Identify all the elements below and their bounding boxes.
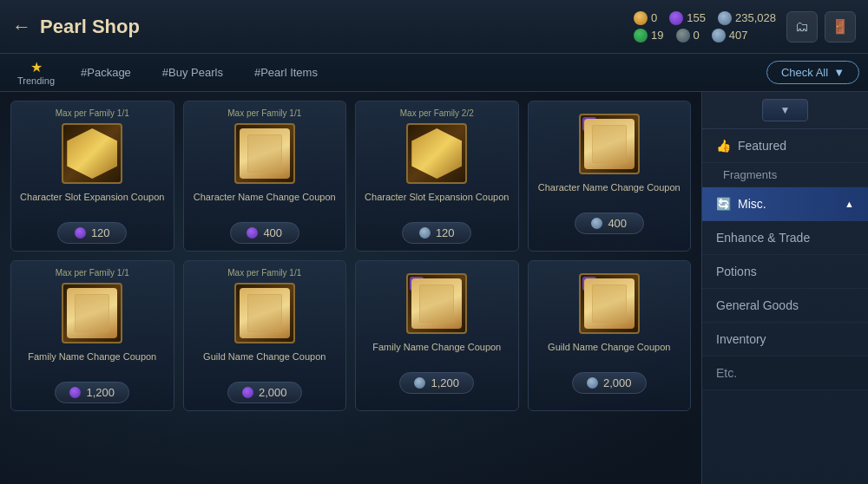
gem-inner-0 (67, 128, 117, 179)
green-currency: 19 (634, 29, 663, 43)
price-button-6[interactable]: 1,200 (399, 372, 474, 394)
chevron-down-icon: ▼ (833, 66, 845, 79)
item-image-0 (62, 123, 122, 184)
price-button-3[interactable]: 400 (575, 213, 644, 234)
item-name-6: Family Name Change Coupon (372, 341, 501, 365)
product-card-3[interactable]: PCharacter Name Change Coupon400 (528, 101, 692, 252)
price-button-7[interactable]: 2,000 (572, 372, 647, 394)
price-gem-icon-7 (587, 377, 598, 389)
scroll-inner-3 (584, 119, 635, 169)
item-name-1: Character Name Change Coupon (194, 191, 336, 215)
price-value-4: 1,200 (86, 386, 115, 399)
sidebar-item-etc[interactable]: Etc. (702, 356, 868, 390)
product-grid: Max per Family 1/1Character Slot Expansi… (0, 92, 701, 484)
tab-pearl-items[interactable]: #Pearl Items (240, 61, 332, 84)
product-card-0[interactable]: Max per Family 1/1Character Slot Expansi… (10, 101, 174, 252)
misc-arrow-icon: ▲ (845, 199, 854, 209)
exit-button[interactable]: 🚪 (825, 11, 856, 43)
price-value-0: 120 (91, 226, 110, 239)
exit-icon: 🚪 (832, 18, 849, 35)
dark-currency: 0 (676, 29, 700, 43)
check-all-button[interactable]: Check All ▼ (766, 61, 859, 84)
tab-buy-pearls[interactable]: #Buy Pearls (148, 61, 237, 84)
price-button-1[interactable]: 400 (230, 222, 299, 244)
scroll-inner-6 (411, 278, 462, 329)
content-area: Max per Family 1/1Character Slot Expansi… (0, 92, 868, 484)
product-card-5[interactable]: Max per Family 1/1Guild Name Change Coup… (183, 260, 347, 411)
price-gem-icon-2 (419, 227, 431, 239)
item-image-6: P (406, 273, 467, 334)
sidebar: ▼ 👍 Featured Fragments 🔄 Misc. ▲ Enhance… (701, 92, 868, 484)
scroll-inner-1 (240, 128, 290, 179)
inventory-icon: 🗂 (795, 19, 809, 35)
item-image-3: P (579, 114, 640, 174)
scroll-inner-7 (584, 278, 635, 329)
max-label-4: Max per Family 1/1 (56, 268, 129, 278)
pearl-currency: 0 (634, 11, 657, 25)
max-label-1: Max per Family 1/1 (227, 108, 301, 118)
back-button[interactable]: ← (12, 16, 31, 38)
item-name-3: Character Name Change Coupon (538, 181, 681, 206)
silver-currency: 235,028 (718, 11, 776, 25)
price-value-2: 120 (436, 226, 455, 239)
sidebar-item-misc[interactable]: 🔄 Misc. ▲ (702, 187, 868, 221)
green-icon (634, 29, 648, 43)
price-value-3: 400 (608, 217, 627, 230)
silver-icon (718, 11, 732, 25)
featured-icon: 👍 (716, 139, 731, 153)
nav-tabs: ★ Trending #Package #Buy Pearls #Pearl I… (0, 54, 868, 92)
product-card-7[interactable]: PGuild Name Change Coupon2,000 (528, 260, 692, 411)
product-card-4[interactable]: Max per Family 1/1Family Name Change Cou… (10, 260, 174, 411)
product-card-1[interactable]: Max per Family 1/1Character Name Change … (183, 101, 347, 252)
blue-gem-icon (669, 11, 683, 25)
price-gem-icon-4 (69, 387, 81, 398)
sidebar-item-featured[interactable]: 👍 Featured (702, 129, 868, 163)
inventory-icon-button[interactable]: 🗂 (786, 11, 818, 43)
item-image-7: P (579, 273, 640, 334)
price-button-4[interactable]: 1,200 (55, 382, 129, 403)
sidebar-item-fragments[interactable]: Fragments (702, 163, 868, 187)
price-button-5[interactable]: 2,000 (227, 382, 302, 403)
sidebar-item-inventory[interactable]: Inventory (702, 323, 868, 356)
item-image-2 (406, 123, 467, 184)
price-value-6: 1,200 (431, 376, 459, 389)
dropdown-button[interactable]: ▼ (762, 99, 809, 121)
price-gem-icon-5 (242, 387, 253, 398)
product-card-6[interactable]: PFamily Name Change Coupon1,200 (355, 260, 519, 411)
scroll-inner-5 (240, 288, 290, 338)
price-value-5: 2,000 (259, 386, 287, 399)
item-name-5: Guild Name Change Coupon (203, 350, 326, 375)
item-name-7: Guild Name Change Coupon (548, 341, 670, 365)
item-image-1 (234, 123, 295, 184)
price-gem-icon-6 (414, 377, 425, 389)
header-icons: 🗂 🚪 (786, 11, 856, 43)
max-label-5: Max per Family 1/1 (227, 268, 301, 278)
item-name-0: Character Slot Expansion Coupon (20, 191, 164, 215)
page-title: Pearl Shop (40, 16, 140, 38)
price-gem-icon-1 (247, 227, 258, 239)
item-name-2: Character Slot Expansion Coupon (365, 191, 509, 215)
price-gem-icon-3 (591, 218, 602, 229)
max-label-0: Max per Family 1/1 (56, 108, 129, 118)
sidebar-item-enhance-trade[interactable]: Enhance & Trade (702, 221, 868, 255)
sidebar-item-potions[interactable]: Potions (702, 255, 868, 289)
tab-trending[interactable]: ★ Trending (9, 56, 63, 89)
scroll-inner-4 (67, 288, 117, 338)
price-button-2[interactable]: 120 (402, 222, 471, 244)
tab-package[interactable]: #Package (67, 61, 145, 84)
dark-icon (676, 29, 690, 43)
price-value-7: 2,000 (603, 376, 632, 389)
sidebar-dropdown: ▼ (702, 92, 868, 129)
price-gem-icon-0 (75, 227, 86, 239)
header: ← Pearl Shop 0 155 235,028 (0, 0, 868, 54)
misc-icon: 🔄 (716, 197, 731, 211)
price-value-1: 400 (263, 226, 282, 239)
product-card-2[interactable]: Max per Family 2/2Character Slot Expansi… (355, 101, 519, 252)
item-image-4 (62, 283, 122, 343)
item-name-4: Family Name Change Coupon (28, 350, 156, 375)
gray-icon (712, 29, 726, 43)
sidebar-item-general-goods[interactable]: General Goods (702, 289, 868, 323)
max-label-2: Max per Family 2/2 (400, 108, 474, 118)
star-icon: ★ (30, 59, 43, 75)
price-button-0[interactable]: 120 (57, 222, 127, 244)
